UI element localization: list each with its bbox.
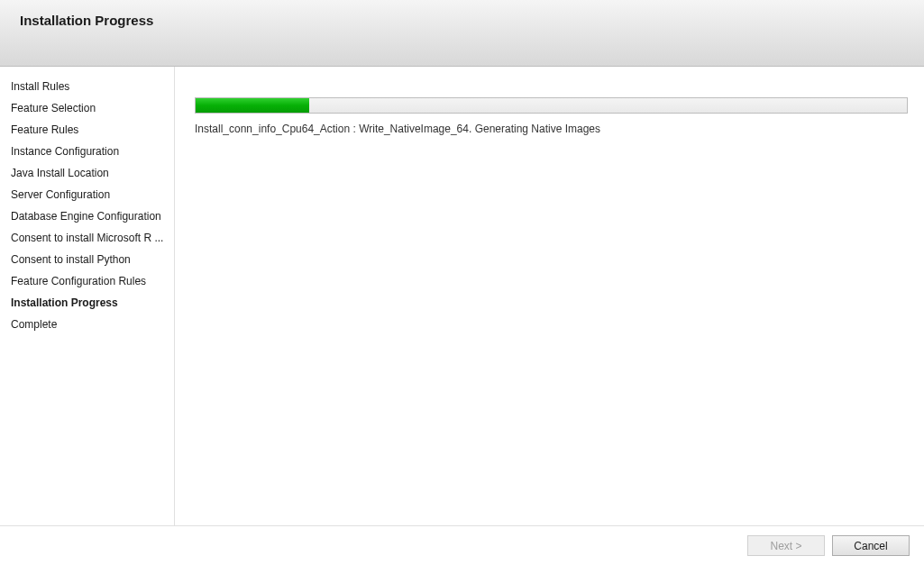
progress-status-text: Install_conn_info_Cpu64_Action : Write_N… [195, 123, 908, 135]
sidebar-item-java-install-location[interactable]: Java Install Location [11, 162, 167, 184]
sidebar-item-server-configuration[interactable]: Server Configuration [11, 184, 167, 205]
sidebar-item-feature-rules[interactable]: Feature Rules [11, 119, 167, 141]
cancel-button[interactable]: Cancel [832, 535, 910, 556]
sidebar-item-instance-configuration[interactable]: Instance Configuration [11, 141, 167, 162]
wizard-content: Install_conn_info_Cpu64_Action : Write_N… [175, 67, 924, 525]
page-title: Installation Progress [20, 13, 924, 28]
sidebar-item-install-rules[interactable]: Install Rules [11, 76, 167, 97]
wizard-footer: Next > Cancel [0, 526, 924, 565]
next-button[interactable]: Next > [747, 535, 825, 556]
sidebar-item-consent-microsoft-r[interactable]: Consent to install Microsoft R ... [11, 227, 167, 249]
sidebar-item-feature-selection[interactable]: Feature Selection [11, 97, 167, 119]
progress-bar [195, 97, 908, 114]
sidebar-item-consent-python[interactable]: Consent to install Python [11, 249, 167, 270]
wizard-header: Installation Progress [0, 0, 924, 67]
progress-bar-fill [196, 98, 309, 113]
sidebar-item-database-engine-configuration[interactable]: Database Engine Configuration [11, 205, 167, 227]
sidebar-item-installation-progress[interactable]: Installation Progress [11, 292, 167, 314]
sidebar-item-complete[interactable]: Complete [11, 314, 167, 335]
wizard-body: Install Rules Feature Selection Feature … [0, 67, 924, 526]
sidebar-item-feature-configuration-rules[interactable]: Feature Configuration Rules [11, 270, 167, 292]
wizard-steps-sidebar: Install Rules Feature Selection Feature … [0, 67, 175, 525]
